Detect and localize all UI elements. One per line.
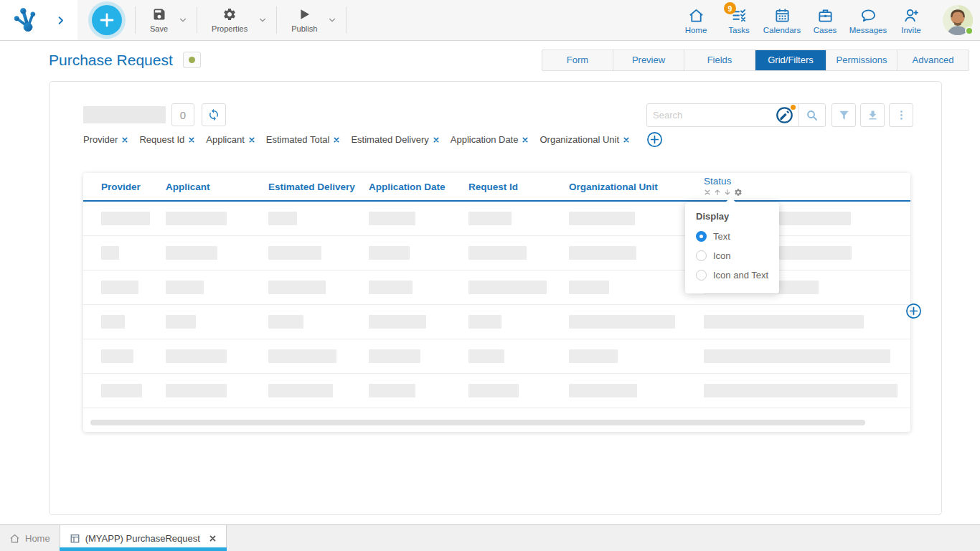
search-icon — [806, 109, 819, 122]
expand-menu-icon[interactable] — [55, 15, 66, 26]
move-down-icon[interactable] — [724, 189, 731, 196]
tab-form[interactable]: Form — [542, 50, 613, 70]
radio-icon-and-text[interactable] — [696, 270, 707, 281]
filter-chip-estimated-total[interactable]: Estimated Total — [266, 134, 341, 145]
remove-filter-icon[interactable] — [623, 136, 630, 143]
more-options-button[interactable] — [889, 103, 913, 127]
table-cell — [166, 281, 268, 294]
filter-chip-applicant[interactable]: Applicant — [206, 134, 255, 145]
publish-dropdown-button[interactable] — [321, 0, 346, 40]
skeleton-bar — [468, 212, 512, 225]
brand-logo-icon[interactable] — [13, 7, 39, 33]
table-cell — [268, 246, 369, 260]
tab-grid-filters[interactable]: Grid/Filters — [755, 50, 826, 70]
export-button[interactable] — [860, 103, 885, 127]
skeleton-bar — [166, 246, 217, 260]
gear-icon — [222, 7, 237, 22]
skeleton-bar — [569, 349, 618, 363]
table-cell — [268, 281, 369, 294]
chip-label: Application Date — [451, 134, 519, 145]
column-header-estimated-delivery[interactable]: Estimated Delivery — [268, 182, 369, 192]
remove-filter-icon[interactable] — [248, 136, 255, 143]
column-header-organizational-unit[interactable]: Organizational Unit — [569, 182, 704, 192]
search-input[interactable] — [647, 110, 776, 121]
filter-chip-organizational-unit[interactable]: Organizational Unit — [540, 134, 630, 145]
radio-icon[interactable] — [696, 250, 707, 261]
skeleton-bar — [569, 315, 675, 329]
publish-button[interactable]: Publish — [277, 7, 321, 33]
nav-item-invite[interactable]: Invite — [890, 6, 933, 34]
close-tab-icon[interactable] — [209, 534, 217, 542]
remove-filter-icon[interactable] — [433, 136, 440, 143]
column-header-request-id[interactable]: Request Id — [468, 182, 569, 192]
search-box — [646, 103, 826, 127]
display-option-icon[interactable]: Icon — [685, 246, 779, 265]
save-dropdown-button[interactable] — [172, 0, 197, 40]
nav-item-home[interactable]: Home — [674, 6, 717, 34]
popup-options: TextIconIcon and Text — [685, 227, 779, 285]
skeleton-bar — [166, 349, 227, 363]
view-tabs: FormPreviewFieldsGrid/FiltersPermissions… — [542, 50, 969, 71]
column-header-provider[interactable]: Provider — [101, 182, 166, 192]
refresh-button[interactable] — [202, 103, 226, 126]
properties-button[interactable]: Properties — [197, 7, 252, 33]
nav-label-calendars: Calendars — [763, 26, 801, 34]
remove-column-icon[interactable] — [704, 189, 711, 196]
grid-preview-table: ProviderApplicantEstimated DeliveryAppli… — [83, 173, 910, 432]
option-label: Icon and Text — [713, 270, 768, 281]
nav-item-calendars[interactable]: Calendars — [760, 6, 804, 34]
add-button[interactable] — [92, 5, 122, 35]
bottom-tab-home[interactable]: Home — [0, 525, 60, 551]
horizontal-scrollbar[interactable] — [90, 420, 865, 425]
nav-label-tasks: Tasks — [728, 26, 749, 34]
filter-chip-application-date[interactable]: Application Date — [451, 134, 529, 145]
tab-preview[interactable]: Preview — [613, 50, 684, 70]
filter-button[interactable] — [831, 103, 856, 127]
table-body — [83, 202, 910, 408]
skeleton-bar — [569, 246, 636, 260]
nav-item-cases[interactable]: Cases — [804, 6, 847, 34]
remove-filter-icon[interactable] — [121, 136, 128, 143]
skeleton-bar — [369, 315, 426, 329]
skeleton-bar — [369, 349, 420, 363]
display-option-text[interactable]: Text — [685, 227, 779, 246]
tab-permissions[interactable]: Permissions — [826, 50, 897, 70]
nav-item-messages[interactable]: Messages — [847, 6, 890, 34]
avatar[interactable] — [943, 5, 973, 35]
option-label: Text — [713, 231, 730, 242]
edit-search-button[interactable] — [776, 106, 793, 124]
column-header-application-date[interactable]: Application Date — [369, 182, 468, 192]
properties-dropdown-button[interactable] — [252, 0, 276, 40]
publish-label: Publish — [291, 24, 317, 33]
column-header-applicant[interactable]: Applicant — [166, 182, 268, 192]
search-submit-button[interactable] — [799, 104, 825, 126]
add-filter-field-button[interactable] — [646, 131, 663, 148]
column-tools — [704, 188, 743, 197]
display-option-icon-and-text[interactable]: Icon and Text — [685, 265, 779, 285]
skeleton-bar — [369, 246, 410, 260]
remove-filter-icon[interactable] — [522, 136, 529, 143]
tab-fields[interactable]: Fields — [684, 50, 755, 70]
publish-status-box[interactable] — [183, 52, 201, 68]
add-column-button[interactable] — [905, 303, 922, 319]
move-up-icon[interactable] — [714, 189, 721, 196]
table-cell — [369, 281, 468, 294]
nav-label-messages: Messages — [849, 26, 887, 34]
table-cell — [369, 384, 468, 397]
remove-filter-icon[interactable] — [333, 136, 340, 143]
column-header-status[interactable]: Status — [704, 176, 910, 197]
column-display-popup: Display TextIconIcon and Text — [685, 202, 779, 293]
filter-chip-request-id[interactable]: Request Id — [139, 134, 195, 145]
table-cell — [468, 315, 569, 329]
radio-text[interactable] — [696, 231, 707, 242]
skeleton-bar — [468, 349, 504, 363]
nav-item-tasks[interactable]: 9Tasks — [717, 6, 760, 34]
tab-advanced[interactable]: Advanced — [897, 50, 969, 70]
bottom-tab-myapp-purchaserequest[interactable]: (MYAPP) PurchaseRequest — [60, 525, 227, 551]
column-settings-icon[interactable] — [734, 188, 743, 197]
remove-filter-icon[interactable] — [188, 136, 195, 143]
option-label: Icon — [713, 250, 731, 261]
filter-chip-provider[interactable]: Provider — [83, 134, 128, 145]
save-button[interactable]: Save — [136, 7, 172, 33]
filter-chip-estimated-delivery[interactable]: Estimated Delivery — [351, 134, 439, 145]
